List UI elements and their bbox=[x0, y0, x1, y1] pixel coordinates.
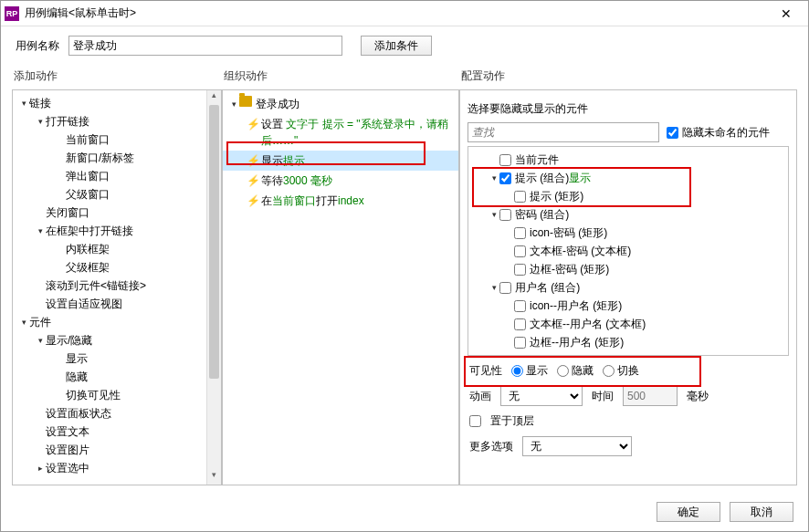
action-tree-item[interactable]: 滚动到元件<锚链接> bbox=[13, 276, 221, 295]
action-tree-item[interactable]: 父级框架 bbox=[13, 258, 221, 276]
widget-checkbox[interactable] bbox=[514, 337, 526, 349]
widget-label: 提示 (矩形) bbox=[530, 189, 583, 204]
widget-tree-item[interactable]: 当前元件 bbox=[468, 151, 788, 169]
widget-tree[interactable]: 当前元件▾提示 (组合) 显示提示 (矩形)▾密码 (组合)icon-密码 (矩… bbox=[468, 146, 789, 356]
hide-unnamed-checkbox[interactable]: 隐藏未命名的元件 bbox=[667, 125, 770, 141]
caret-icon: ▾ bbox=[18, 99, 29, 108]
widget-tree-item[interactable]: ▾密码 (组合) bbox=[468, 205, 788, 224]
widget-checkbox[interactable] bbox=[514, 227, 526, 239]
scrollbar[interactable]: ▴ ▾ bbox=[206, 90, 221, 485]
action-wait[interactable]: ⚡ 等待 3000 毫秒 bbox=[223, 171, 458, 191]
animation-select[interactable]: 无 bbox=[500, 386, 583, 406]
action-tree-item[interactable]: 设置文本 bbox=[13, 422, 221, 441]
hide-unnamed-input[interactable] bbox=[667, 127, 678, 139]
action-tree-item[interactable]: 切换可见性 bbox=[13, 386, 221, 404]
widget-checkbox[interactable] bbox=[499, 209, 511, 221]
action-tree-label: 内联框架 bbox=[66, 242, 110, 257]
action-tree-item[interactable]: 新窗口/新标签 bbox=[13, 149, 221, 167]
widget-label: 文本框--用户名 (文本框) bbox=[530, 317, 646, 332]
widget-checkbox[interactable] bbox=[499, 154, 511, 166]
add-action-header: 添加动作 bbox=[12, 65, 222, 89]
action-open-link[interactable]: ⚡ 在 当前窗口 打开 index bbox=[223, 191, 458, 211]
action-tree-item[interactable]: ▸设置选中 bbox=[13, 459, 221, 477]
action-tree-item[interactable]: 隐藏 bbox=[13, 368, 221, 386]
widget-label: 当前元件 bbox=[515, 152, 559, 168]
action-tree-item[interactable]: ▾链接 bbox=[13, 94, 221, 112]
action-tree-label: 设置图片 bbox=[46, 443, 89, 458]
widget-label: 文本框-密码 (文本框) bbox=[530, 244, 631, 259]
action-tree-item[interactable]: 父级窗口 bbox=[13, 185, 221, 203]
case-name-input[interactable] bbox=[68, 36, 342, 56]
bring-to-front-checkbox[interactable]: 置于顶层 bbox=[468, 406, 789, 429]
action-tree-label: 滚动到元件<锚链接> bbox=[46, 278, 146, 294]
caret-icon: ▾ bbox=[35, 226, 46, 235]
add-action-tree[interactable]: ▴ ▾ ▾链接▾打开链接当前窗口新窗口/新标签弹出窗口父级窗口关闭窗口▾在框架中… bbox=[12, 89, 222, 485]
bolt-icon: ⚡ bbox=[247, 172, 259, 189]
action-tree-item[interactable]: 关闭窗口 bbox=[13, 203, 221, 222]
action-tree-item[interactable]: ▾打开链接 bbox=[13, 112, 221, 130]
action-tree-item[interactable]: ▾显示/隐藏 bbox=[13, 331, 221, 349]
time-unit: 毫秒 bbox=[687, 389, 709, 404]
widget-tree-item[interactable]: icon-密码 (矩形) bbox=[468, 224, 788, 242]
action-tree-label: 切换可见性 bbox=[66, 388, 121, 403]
widget-tree-item[interactable]: 边框-密码 (矩形) bbox=[468, 260, 788, 278]
action-tree-label: 打开链接 bbox=[46, 114, 89, 130]
widget-checkbox[interactable] bbox=[514, 264, 526, 276]
window-title: 用例编辑<鼠标单击时> bbox=[25, 5, 768, 21]
action-tree-label: 在框架中打开链接 bbox=[46, 224, 133, 239]
widget-checkbox[interactable] bbox=[499, 282, 511, 294]
action-tree-label: 设置选中 bbox=[46, 461, 89, 476]
action-tree-item[interactable]: 当前窗口 bbox=[13, 130, 221, 149]
action-tree-item[interactable]: 设置图片 bbox=[13, 441, 221, 459]
ok-button[interactable]: 确定 bbox=[657, 502, 720, 522]
more-options-select[interactable]: 无 bbox=[522, 436, 632, 456]
widget-tree-item[interactable]: icon--用户名 (矩形) bbox=[468, 297, 788, 315]
radio-hide[interactable]: 隐藏 bbox=[557, 363, 594, 379]
action-tree-item[interactable]: ▾在框架中打开链接 bbox=[13, 222, 221, 240]
action-set-text[interactable]: ⚡ 设置 文字于 提示 = "系统登录中，请稍后……" bbox=[223, 114, 458, 151]
add-condition-button[interactable]: 添加条件 bbox=[361, 36, 432, 56]
widget-tree-item[interactable]: 文本框--用户名 (文本框) bbox=[468, 315, 788, 333]
select-widgets-label: 选择要隐藏或显示的元件 bbox=[468, 96, 789, 119]
widget-tree-item[interactable]: ▾提示 (组合) 显示 bbox=[468, 169, 788, 187]
case-node[interactable]: ▾ 登录成功 bbox=[223, 94, 458, 114]
action-tree-item[interactable]: ▾元件 bbox=[13, 313, 221, 331]
close-button[interactable]: ✕ bbox=[768, 6, 804, 21]
action-tree-label: 隐藏 bbox=[66, 370, 88, 385]
widget-checkbox[interactable] bbox=[514, 318, 526, 330]
widget-checkbox[interactable] bbox=[514, 245, 526, 257]
action-tree-item[interactable]: 弹出窗口 bbox=[13, 167, 221, 185]
action-tree-label: 显示 bbox=[66, 351, 88, 367]
widget-tree-item[interactable]: 文本框-密码 (文本框) bbox=[468, 242, 788, 260]
organize-actions-column: 组织动作 ▾ 登录成功 ⚡ 设置 文字于 提示 = "系统登录中，请稍后……" … bbox=[222, 65, 459, 485]
organize-actions-body[interactable]: ▾ 登录成功 ⚡ 设置 文字于 提示 = "系统登录中，请稍后……" ⚡ 显示 … bbox=[222, 89, 459, 485]
widget-label: 密码 (组合) bbox=[515, 207, 569, 223]
action-show[interactable]: ⚡ 显示 提示 bbox=[223, 151, 458, 171]
widget-checkbox[interactable] bbox=[499, 172, 511, 184]
caret-icon: ▾ bbox=[489, 283, 499, 292]
action-tree-item[interactable]: 设置面板状态 bbox=[13, 404, 221, 422]
bring-to-front-input[interactable] bbox=[469, 415, 481, 427]
radio-show[interactable]: 显示 bbox=[511, 363, 548, 379]
action-tree-item[interactable]: 显示 bbox=[13, 349, 221, 368]
action-verb: 在 bbox=[261, 193, 272, 209]
visibility-label: 可见性 bbox=[469, 363, 502, 379]
widget-checkbox[interactable] bbox=[514, 300, 526, 312]
cancel-button[interactable]: 取消 bbox=[730, 502, 793, 522]
action-tree-item[interactable]: 内联框架 bbox=[13, 240, 221, 258]
search-input[interactable] bbox=[468, 122, 659, 142]
folder-icon bbox=[239, 96, 252, 107]
widget-tree-item[interactable]: 提示 (矩形) bbox=[468, 187, 788, 205]
action-tree-label: 父级窗口 bbox=[66, 187, 110, 203]
widget-checkbox[interactable] bbox=[514, 191, 526, 203]
widget-label: 提示 (组合) bbox=[515, 171, 569, 186]
action-tree-item[interactable]: 设置自适应视图 bbox=[13, 295, 221, 313]
widget-label: icon--用户名 (矩形) bbox=[530, 298, 622, 314]
radio-toggle[interactable]: 切换 bbox=[603, 363, 639, 379]
time-input[interactable] bbox=[623, 386, 678, 406]
widget-tree-item[interactable]: ▾用户名 (组合) bbox=[468, 278, 788, 297]
action-verb2: 打开 bbox=[316, 193, 338, 209]
widget-tree-item[interactable]: 边框--用户名 (矩形) bbox=[468, 333, 788, 351]
caret-icon: ▾ bbox=[18, 318, 29, 327]
bolt-icon: ⚡ bbox=[247, 152, 259, 169]
